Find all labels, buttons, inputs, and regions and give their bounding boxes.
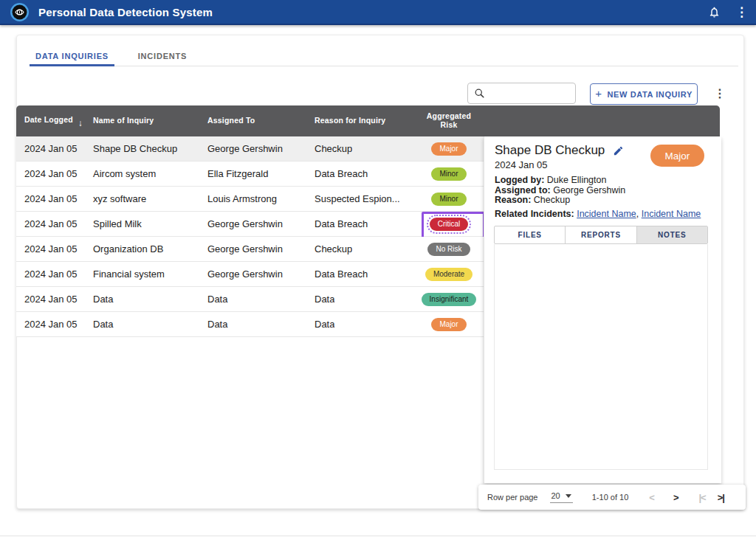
page-bottom-divider [0, 536, 756, 536]
column-header-assigned[interactable]: Assigned To [207, 116, 255, 125]
new-data-inquiry-button[interactable]: + NEW DATA INQUIRY [590, 83, 698, 105]
cell-reason: Data Breach [315, 262, 368, 286]
table-header: Date Logged ↓ Name of Inquiry Assigned T… [16, 105, 720, 136]
first-page-button[interactable]: |< [698, 492, 705, 503]
detail-tab-notes[interactable]: NOTES [637, 226, 707, 243]
cell-assigned: Louis Armstrong [207, 187, 277, 211]
cell-risk: Major [412, 312, 486, 336]
app-bar: Personal Data Detection System ⋮ [0, 0, 756, 25]
active-tab-indicator [30, 64, 114, 66]
column-header-risk[interactable]: Aggregated Risk [419, 112, 478, 129]
cell-date: 2024 Jan 05 [24, 287, 78, 311]
cell-assigned: George Gershwin [207, 237, 283, 261]
column-header-reason[interactable]: Reason for Inquiry [315, 116, 385, 125]
cell-assigned: Data [207, 287, 227, 311]
related-incident-link[interactable]: Incident Name [642, 209, 701, 219]
cell-risk: Insignificant [412, 287, 486, 311]
detail-title: Shape DB Checkup [495, 143, 605, 158]
table-row[interactable]: 2024 Jan 05 xyz software Louis Armstrong… [16, 187, 484, 212]
table-row[interactable]: 2024 Jan 05 Spilled Milk George Gershwin… [16, 212, 484, 237]
tab-incidents[interactable]: INCIDENTS [114, 45, 210, 66]
cell-name: xyz software [93, 187, 146, 211]
edit-pencil-icon[interactable] [613, 145, 624, 156]
table-row[interactable]: 2024 Jan 05 Organization DB George Gersh… [16, 237, 484, 262]
cell-assigned: George Gershwin [207, 262, 283, 286]
plus-icon: + [595, 87, 602, 100]
sort-descending-icon[interactable]: ↓ [78, 118, 83, 128]
cell-risk: Major [412, 136, 486, 161]
related-incidents-label: Related Incidents: [495, 209, 574, 219]
cell-risk: Minor [412, 187, 486, 211]
cell-date: 2024 Jan 05 [24, 312, 78, 336]
rows-per-page-value: 20 [551, 491, 560, 500]
cell-date: 2024 Jan 05 [24, 212, 78, 236]
cell-name: Financial system [93, 262, 165, 286]
rows-per-page-label: Row per page [487, 493, 538, 502]
detail-related-row: Related Incidents: Incident Name, Incide… [495, 209, 701, 220]
column-header-date-logged[interactable]: Date Logged ↓ [24, 115, 83, 125]
cell-date: 2024 Jan 05 [24, 187, 78, 211]
cell-assigned: Ella Fitzgerald [207, 162, 268, 186]
cell-assigned: George Gershwin [207, 136, 283, 161]
detail-field: Assigned to: George Gershwin [495, 186, 625, 196]
risk-badge: No Risk [427, 243, 470, 256]
toolbar-kebab-menu-icon[interactable]: ⋮ [713, 85, 726, 103]
prev-page-button[interactable]: < [649, 492, 654, 503]
cell-name: Shape DB Checkup [93, 136, 177, 161]
column-header-name[interactable]: Name of Inquiry [93, 116, 154, 125]
risk-badge: Minor [431, 193, 466, 206]
cell-name: Data [93, 287, 113, 311]
detail-panel: Shape DB Checkup 2024 Jan 05 Major Logge… [484, 136, 721, 483]
detail-field: Logged by: Duke Ellington [495, 176, 625, 186]
cell-assigned: Data [207, 312, 227, 336]
cell-reason: Data [315, 312, 334, 336]
detail-field: Reason: Checkup [495, 195, 625, 206]
detail-tab-content [494, 244, 708, 470]
cell-date: 2024 Jan 05 [24, 237, 78, 261]
app-title: Personal Data Detection System [38, 6, 213, 18]
cell-reason: Data Breach [315, 212, 368, 236]
next-page-button[interactable]: > [673, 492, 678, 503]
cell-risk: Minor [412, 162, 486, 186]
cell-reason: Suspected Espion... [315, 187, 400, 211]
rows-per-page-select[interactable]: 20 [550, 491, 573, 503]
cell-date: 2024 Jan 05 [24, 162, 78, 186]
cell-name: Data [93, 312, 113, 336]
detail-fields: Logged by: Duke EllingtonAssigned to: Ge… [495, 176, 625, 206]
screen: Personal Data Detection System ⋮ DATA IN… [0, 0, 756, 537]
related-links: Incident Name, Incident Name [577, 209, 701, 219]
new-data-inquiry-label: NEW DATA INQUIRY [608, 90, 693, 99]
eye-logo-icon [10, 3, 29, 21]
cell-risk: Moderate [412, 262, 486, 286]
tab-data-inquiries[interactable]: DATA INQUIRIES [30, 45, 114, 66]
table-row[interactable]: 2024 Jan 05 Financial system George Gers… [16, 262, 484, 287]
pagination-range: 1-10 of 10 [592, 493, 629, 502]
table-row[interactable]: 2024 Jan 05 Data Data Data Major [16, 312, 484, 337]
cell-assigned: George Gershwin [207, 212, 283, 236]
risk-badge: Major [431, 142, 466, 156]
last-page-button[interactable]: >| [718, 492, 724, 503]
detail-tabs: FILESREPORTSNOTES [494, 226, 708, 244]
notifications-bell-icon[interactable] [708, 5, 721, 19]
detail-tab-reports[interactable]: REPORTS [566, 226, 636, 243]
detail-tab-files[interactable]: FILES [495, 226, 566, 243]
table-row[interactable]: 2024 Jan 05 Data Data Data Insignificant [16, 287, 484, 312]
search-icon [474, 88, 485, 99]
search-input[interactable] [489, 88, 569, 99]
risk-badge: Critical [430, 218, 469, 231]
related-incident-link[interactable]: Incident Name [577, 209, 636, 219]
table-row[interactable]: 2024 Jan 05 Shape DB Checkup George Gers… [16, 136, 484, 162]
cell-reason: Checkup [315, 237, 352, 261]
detail-risk-badge: Major [650, 145, 704, 167]
cell-date: 2024 Jan 05 [24, 262, 78, 286]
appbar-kebab-menu-icon[interactable]: ⋮ [735, 4, 746, 20]
cell-name: Spilled Milk [93, 212, 142, 236]
cell-date: 2024 Jan 05 [24, 136, 78, 161]
cell-risk: No Risk [412, 237, 486, 261]
cell-reason: Data [315, 287, 334, 311]
cell-risk: Critical [412, 212, 486, 236]
risk-badge: Moderate [425, 268, 472, 281]
table-row[interactable]: 2024 Jan 05 Aircom system Ella Fitzgeral… [16, 162, 484, 187]
search-box[interactable] [467, 83, 576, 104]
table-body: 2024 Jan 05 Shape DB Checkup George Gers… [16, 136, 484, 337]
